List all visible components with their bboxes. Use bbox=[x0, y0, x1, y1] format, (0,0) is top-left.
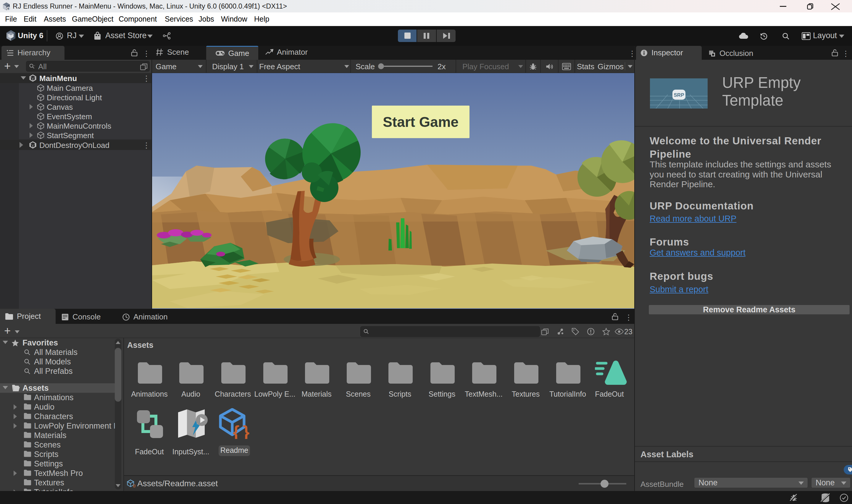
svg-text:{: { bbox=[233, 422, 240, 439]
svg-text:SRP: SRP bbox=[674, 92, 684, 98]
svg-text:{}: {} bbox=[133, 484, 135, 487]
svg-text:6: 6 bbox=[7, 7, 9, 10]
svg-text:}: } bbox=[243, 422, 250, 439]
